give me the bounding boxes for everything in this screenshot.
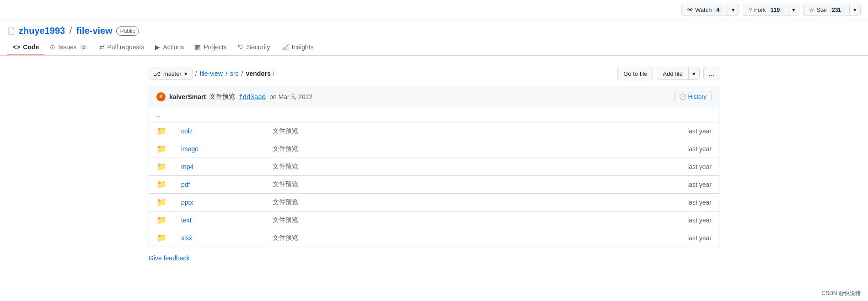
- tab-code-label: Code: [23, 43, 39, 51]
- file-commit-msg-cell: 文件预览: [265, 194, 496, 211]
- fork-group: ⑂ Fork 119 ▾: [743, 4, 799, 16]
- repo-owner-link: zhuye1993 / file-view: [19, 26, 113, 36]
- file-name-link[interactable]: text: [181, 217, 192, 224]
- footer: CSDN @悦悦猪: [0, 284, 868, 301]
- file-name-link[interactable]: xlsx: [181, 234, 192, 242]
- fork-label: Fork: [754, 6, 766, 13]
- feedback-link[interactable]: Give feedback: [149, 254, 719, 262]
- file-name-cell: pdf: [174, 176, 265, 194]
- file-name-cell: image: [174, 140, 265, 158]
- folder-icon-cell: 📁: [149, 211, 174, 229]
- breadcrumb: ⎇ master ▾ / file-view / src / vendors /: [149, 68, 274, 80]
- tab-code[interactable]: <> Code: [7, 40, 44, 55]
- folder-icon: 📁: [156, 162, 166, 171]
- tab-actions[interactable]: ▶ Actions: [150, 40, 189, 55]
- breadcrumb-trailing-slash: /: [273, 70, 274, 77]
- parent-dir-row: ..: [149, 107, 719, 122]
- file-date-cell: last year: [496, 158, 719, 176]
- watch-button[interactable]: 👁 Watch 4: [681, 4, 728, 16]
- code-icon: <>: [13, 43, 20, 51]
- repo-name-link[interactable]: file-view: [76, 26, 113, 36]
- folder-icon: 📁: [156, 198, 166, 207]
- tab-pr-label: Pull requests: [107, 43, 145, 51]
- folder-icon: 📁: [156, 180, 166, 189]
- visibility-badge: Public: [116, 26, 139, 36]
- file-name-link[interactable]: mp4: [181, 163, 193, 170]
- tab-projects[interactable]: ▦ Projects: [189, 40, 232, 55]
- file-date-cell: last year: [496, 229, 719, 247]
- file-commit-msg-cell: 文件预览: [265, 211, 496, 229]
- watch-count: 4: [713, 7, 722, 13]
- file-name-cell: xlsx: [174, 229, 265, 247]
- branch-chevron: ▾: [184, 70, 188, 77]
- breadcrumb-link-file-view[interactable]: file-view: [200, 70, 223, 77]
- folder-icon-cell: 📁: [149, 158, 174, 176]
- commit-message: 文件预览: [209, 93, 235, 101]
- fork-icon: ⑂: [749, 6, 752, 13]
- folder-icon-cell: 📁: [149, 140, 174, 158]
- fork-dropdown-button[interactable]: ▾: [788, 4, 799, 16]
- repo-header: 📄 zhuye1993 / file-view Public <> Code ⊙…: [0, 20, 868, 56]
- file-name-link[interactable]: image: [181, 145, 198, 153]
- file-name-link[interactable]: colz: [181, 127, 193, 135]
- repo-nav: <> Code ⊙ Issues 5 ⇄ Pull requests ▶ Act…: [7, 40, 861, 55]
- owner-link[interactable]: zhuye1993: [19, 26, 65, 36]
- folder-icon: 📁: [156, 144, 166, 153]
- breadcrumb-sep-2: /: [225, 70, 227, 77]
- issues-badge: 5: [80, 44, 88, 50]
- tab-issues[interactable]: ⊙ Issues 5: [44, 40, 93, 55]
- tab-insights[interactable]: 📈 Insights: [276, 40, 319, 55]
- breadcrumb-sep-3: /: [241, 70, 243, 77]
- folder-icon-cell: 📁: [149, 176, 174, 194]
- add-file-dropdown[interactable]: ▾: [688, 68, 700, 80]
- file-date-cell: last year: [496, 176, 719, 194]
- file-name-cell: pptx: [174, 194, 265, 211]
- file-commit-msg-cell: 文件预览: [265, 176, 496, 194]
- file-name-link[interactable]: pdf: [181, 181, 190, 188]
- folder-icon: 📁: [156, 127, 166, 136]
- history-button[interactable]: 🕐 History: [674, 91, 712, 102]
- branch-icon: ⎇: [154, 70, 161, 77]
- star-button[interactable]: ☆ Star 231: [803, 4, 849, 16]
- watch-dropdown-button[interactable]: ▾: [728, 4, 739, 16]
- add-file-button[interactable]: Add file: [657, 68, 688, 80]
- folder-icon: 📁: [156, 216, 166, 225]
- tab-pull-requests[interactable]: ⇄ Pull requests: [94, 40, 150, 55]
- file-box: K kaiverSmart 文件预览 fdd3aa0 on Mar 5, 202…: [149, 86, 719, 247]
- goto-file-button[interactable]: Go to file: [617, 67, 653, 80]
- branch-selector[interactable]: ⎇ master ▾: [149, 68, 193, 80]
- eye-icon: 👁: [687, 6, 693, 13]
- table-row: 📁 pptx 文件预览 last year: [149, 194, 719, 211]
- more-options-button[interactable]: ...: [703, 67, 719, 80]
- tab-security[interactable]: 🛡 Security: [232, 40, 276, 55]
- file-name-link[interactable]: pptx: [181, 199, 193, 206]
- fork-count: 119: [768, 7, 782, 13]
- watch-group: 👁 Watch 4 ▾: [681, 4, 739, 16]
- parent-dir-link[interactable]: ..: [156, 111, 160, 118]
- table-row: 📁 image 文件预览 last year: [149, 140, 719, 158]
- chevron-down-icon: ▾: [732, 6, 735, 13]
- branch-name: master: [163, 70, 182, 77]
- file-actions: Go to file Add file ▾ ...: [617, 67, 719, 80]
- commit-author[interactable]: kaiverSmart: [169, 93, 206, 100]
- file-date-cell: last year: [496, 194, 719, 211]
- chevron-down-icon-fork: ▾: [792, 6, 795, 13]
- insights-icon: 📈: [281, 43, 289, 51]
- security-icon: 🛡: [238, 43, 244, 51]
- breadcrumb-current: vendors: [246, 70, 271, 77]
- repo-title-row: 📄 zhuye1993 / file-view Public: [7, 26, 861, 36]
- file-commit-msg-cell: 文件预览: [265, 122, 496, 140]
- file-commit-msg-cell: 文件预览: [265, 229, 496, 247]
- tab-insights-label: Insights: [292, 43, 314, 51]
- avatar: K: [156, 92, 166, 101]
- star-dropdown-button[interactable]: ▾: [849, 4, 861, 16]
- issues-icon: ⊙: [50, 43, 55, 51]
- file-date-cell: last year: [496, 211, 719, 229]
- star-label: Star: [816, 6, 827, 13]
- commit-hash[interactable]: fdd3aa0: [239, 93, 266, 100]
- actions-icon: ▶: [155, 43, 160, 51]
- table-row: 📁 text 文件预览 last year: [149, 211, 719, 229]
- folder-icon-cell: 📁: [149, 122, 174, 140]
- fork-button[interactable]: ⑂ Fork 119: [743, 4, 788, 16]
- breadcrumb-link-src[interactable]: src: [230, 70, 239, 77]
